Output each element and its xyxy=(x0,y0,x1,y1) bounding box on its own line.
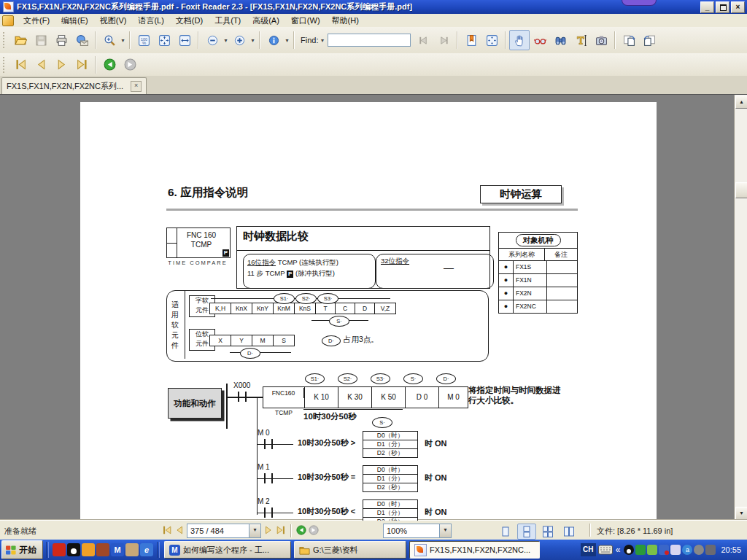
scroll-up-button[interactable]: ▲ xyxy=(735,96,747,109)
fnc-block: FNC 160 TCMP P xyxy=(166,228,231,258)
menu-tools[interactable]: 工具(T) xyxy=(209,14,247,28)
title-bar[interactable]: FX1S,FX1N,FX2N,FX2NC系列编程手册.pdf - Foxit R… xyxy=(0,0,747,14)
tray-network-error-icon[interactable] xyxy=(659,545,669,555)
keyboard-icon[interactable] xyxy=(598,545,613,555)
find-next-button[interactable] xyxy=(433,30,454,50)
zoom-level-combo[interactable]: 100% ▾ xyxy=(383,524,452,538)
bookmark-button[interactable] xyxy=(461,30,481,50)
function-section-label: 功能和动作 xyxy=(168,388,222,419)
scroll-thumb[interactable] xyxy=(735,182,747,198)
dropdown-icon[interactable]: ▾ xyxy=(249,524,260,537)
info-button[interactable] xyxy=(263,30,284,50)
text-viewer-button[interactable] xyxy=(570,30,591,50)
save-button[interactable] xyxy=(31,30,51,50)
actual-size-button[interactable]: 100% xyxy=(133,30,154,50)
go-forward-button[interactable] xyxy=(120,55,140,75)
open-button[interactable] xyxy=(10,30,31,50)
go-forward-button[interactable] xyxy=(309,525,319,537)
first-page-button[interactable] xyxy=(10,55,31,75)
tray-volume-icon[interactable] xyxy=(694,545,704,555)
page-number-combo[interactable]: 375 / 484 ▾ xyxy=(187,524,261,538)
messenger-icon[interactable] xyxy=(125,543,139,556)
find-dropdown[interactable]: ▾ xyxy=(319,37,325,44)
select-text-tool-button[interactable] xyxy=(530,30,550,50)
document-icon xyxy=(2,15,14,26)
tab-close-icon[interactable]: × xyxy=(131,81,142,92)
view-mode-buttons xyxy=(496,524,578,540)
document-tab[interactable]: FX1S,FX1N,FX2N,FX2NC系列... × xyxy=(1,77,147,94)
minimize-button[interactable]: _ xyxy=(700,1,714,13)
go-back-button[interactable] xyxy=(99,55,120,75)
zoom-tool-button[interactable] xyxy=(99,30,120,50)
zoom-out-button[interactable] xyxy=(202,30,222,50)
menu-window[interactable]: 窗口(W) xyxy=(285,14,326,28)
fnc-mnemonic: TCMP xyxy=(177,240,225,249)
tray-shield-icon[interactable] xyxy=(647,545,657,555)
find-previous-button[interactable] xyxy=(413,30,433,50)
file-dimensions: 文件: [8.26 * 11.69 in] xyxy=(597,526,673,537)
rotate-left-button[interactable] xyxy=(639,30,659,50)
info-dropdown[interactable]: ▾ xyxy=(284,37,290,44)
taskbar-task-foxit[interactable]: FX1S,FX1N,FX2N,FX2NC... xyxy=(409,541,540,559)
document-view[interactable]: 6. 应用指令说明 时钟运算 FNC 160 TCMP P TIME COMPA… xyxy=(0,94,747,521)
menu-language[interactable]: 语言(L) xyxy=(132,14,169,28)
menu-edit[interactable]: 编辑(E) xyxy=(55,14,94,28)
zoom-out-dropdown[interactable]: ▾ xyxy=(222,37,229,44)
comparison-result: 时 ON xyxy=(425,507,447,518)
fullscreen-button[interactable] xyxy=(481,30,502,50)
zoom-tool-dropdown[interactable]: ▾ xyxy=(120,37,126,44)
previous-page-button[interactable] xyxy=(31,55,51,75)
taskbar-task-folder[interactable]: G:\三菱\资料 xyxy=(294,541,406,559)
tray-audio-icon[interactable]: a xyxy=(682,545,692,555)
rotate-right-button[interactable] xyxy=(619,30,639,50)
continuous-view-button[interactable] xyxy=(517,524,536,540)
last-page-button[interactable] xyxy=(71,55,92,75)
snapshot-button[interactable] xyxy=(591,30,611,50)
previous-page-button[interactable] xyxy=(174,525,185,537)
tray-chip-icon[interactable] xyxy=(705,545,716,555)
qq-icon[interactable] xyxy=(67,543,80,556)
thunder-icon[interactable] xyxy=(53,543,66,556)
facing-view-button[interactable] xyxy=(538,524,557,540)
go-back-button[interactable] xyxy=(296,525,306,537)
tray-green-icon[interactable] xyxy=(635,545,646,555)
next-page-button[interactable] xyxy=(263,525,274,537)
fit-page-button[interactable] xyxy=(154,30,174,50)
ie-icon[interactable]: e xyxy=(140,543,153,556)
taskbar-task-browser[interactable]: M 如何编写这个程序 - 工... xyxy=(164,541,291,559)
hand-tool-button[interactable] xyxy=(509,30,530,50)
time-register-box: D0（时）D1（分）D2（秒） xyxy=(363,431,418,458)
tray-expand-icon[interactable]: « xyxy=(616,545,621,555)
single-page-view-button[interactable] xyxy=(496,524,515,540)
first-page-button[interactable] xyxy=(162,525,172,537)
tray-qq-icon[interactable] xyxy=(624,545,634,555)
search-button[interactable] xyxy=(550,30,570,50)
restore-button[interactable] xyxy=(716,1,729,13)
last-page-button[interactable] xyxy=(276,525,286,537)
dropdown-icon[interactable]: ▾ xyxy=(439,524,451,537)
scroll-down-button[interactable]: ▼ xyxy=(735,507,747,520)
maxthon-icon[interactable]: M xyxy=(111,543,124,556)
vertical-scrollbar[interactable]: ▲ ▼ xyxy=(734,95,747,521)
email-button[interactable] xyxy=(71,30,92,50)
menu-view[interactable]: 视图(V) xyxy=(94,14,133,28)
menu-help[interactable]: 帮助(H) xyxy=(326,14,365,28)
tray-ime-icon[interactable] xyxy=(670,545,681,555)
menu-document[interactable]: 文档(D) xyxy=(170,14,209,28)
close-button[interactable]: × xyxy=(731,1,745,13)
fit-width-button[interactable] xyxy=(174,30,195,50)
continuous-facing-view-button[interactable] xyxy=(560,524,578,540)
zoom-in-dropdown[interactable]: ▾ xyxy=(249,37,256,44)
next-page-button[interactable] xyxy=(51,55,71,75)
status-message: 准备就绪 xyxy=(4,526,36,537)
start-button[interactable]: 开始 xyxy=(1,540,43,559)
language-indicator[interactable]: CH xyxy=(581,543,596,556)
zoom-in-button[interactable] xyxy=(229,30,249,50)
print-button[interactable] xyxy=(51,30,71,50)
duck-icon[interactable] xyxy=(82,543,95,556)
menu-advanced[interactable]: 高级(A) xyxy=(247,14,285,28)
find-input[interactable] xyxy=(328,34,411,47)
status-bar: 准备就绪 375 / 484 ▾ 100% ▾ 文件: [8.26 * 11.6… xyxy=(0,520,747,540)
reader-icon[interactable] xyxy=(96,543,109,556)
menu-file[interactable]: 文件(F) xyxy=(18,14,55,28)
